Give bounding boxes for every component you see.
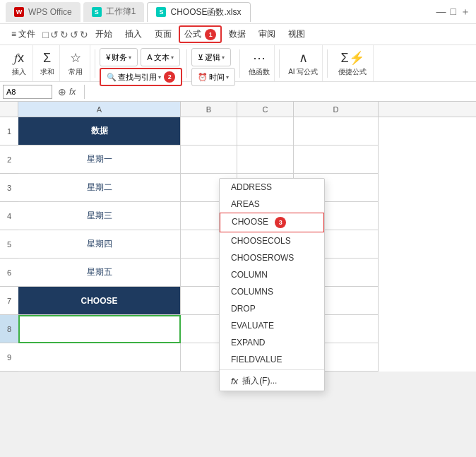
row-num-5: 5 [0,230,18,259]
cell-B1[interactable] [181,117,237,146]
lookup-dropdown[interactable]: 🔍 查找与引用 ▾ 2 [100,68,182,86]
time-dropdown[interactable]: ⏰ 时间 ▾ [191,68,235,86]
text-dropdown[interactable]: A 文本 ▾ [141,48,179,66]
fx-formula-icon[interactable]: fx [69,87,76,97]
tab-wps[interactable]: W WPS Office [6,2,81,22]
common-label: 常用 [69,67,83,77]
lookup-dropdown-menu: ADDRESS AREAS CHOOSE 3 CHOOSECOLS CHOOSE… [219,178,325,391]
cell-D1[interactable] [294,117,379,146]
formula-bar-divider [84,85,85,99]
formula-tab-badge: 1 [205,29,216,40]
spreadsheet-area: A B C D 1 2 3 4 5 6 7 8 9 数据 [0,102,476,372]
tab-work1[interactable]: S 工作簿1 [83,2,145,22]
col-header-D[interactable]: D [294,102,379,117]
cell-A4[interactable]: 星期三 [18,202,181,230]
finance-dropdown[interactable]: ¥ 财务 ▾ [100,48,138,66]
menu-redo-icon[interactable]: ↻ [60,29,69,40]
cell-C1[interactable] [237,117,294,146]
text-arrow-icon: ▾ [171,54,174,61]
sum-icon: Σ [43,52,51,64]
cell-A5[interactable]: 星期四 [18,230,181,259]
menu-redo2-icon[interactable]: ↻ [80,29,88,40]
dropdown-item-address[interactable]: ADDRESS [220,179,324,196]
time-arrow-icon: ▾ [226,74,229,81]
row-num-2: 2 [0,146,18,174]
dropdown-item-choosecols[interactable]: CHOOSECOLS [220,232,324,249]
menu-page[interactable]: 页面 [149,26,177,42]
formula-input[interactable] [90,87,473,97]
cell-C2[interactable] [237,146,294,174]
finance-arrow-icon: ▾ [129,54,131,61]
col-header-row: A B C D [0,102,476,117]
ribbon-row3: ⊻ 逻辑 ▾ [191,48,235,66]
insert-label: 插入(F)... [242,375,277,387]
ribbon-quick-group: Σ⚡ 便捷公式 [332,45,373,81]
menu-formula[interactable]: 公式 1 [179,25,222,43]
tab-choose-file[interactable]: S CHOOSE函数.xlsx [147,2,250,22]
cell-D2[interactable] [294,146,379,174]
add-tab-icon[interactable]: ＋ [460,6,470,18]
cell-B2[interactable] [181,146,237,174]
cell-A8[interactable] [18,315,181,343]
tab-choose-label: CHOOSE函数.xlsx [170,6,241,18]
menu-undo2-icon[interactable]: ↺ [70,29,78,40]
dropdown-item-chooserows[interactable]: CHOOSEROWS [220,249,324,266]
restore-icon[interactable]: □ [451,6,456,18]
dropdown-item-columns[interactable]: COLUMNS [220,283,324,300]
common-btn[interactable]: ☆ [66,50,85,66]
lookup-badge: 2 [164,71,175,83]
menu-save-icon[interactable]: □ [42,29,48,40]
minimize-icon[interactable]: — [436,6,446,18]
dropdown-item-choose[interactable]: CHOOSE 3 [220,213,324,232]
dropdown-item-column[interactable]: COLUMN [220,266,324,283]
time-label: 时间 [209,72,225,83]
cell-A3[interactable]: 星期二 [18,174,181,202]
tab-wps-label: WPS Office [28,7,72,17]
insert-function-btn[interactable]: 𝑓x [10,50,28,66]
tab-work1-label: 工作簿1 [106,6,136,18]
ribbon-row1: ¥ 财务 ▾ A 文本 ▾ [100,48,182,66]
menu-review[interactable]: 审阅 [253,26,281,42]
dropdown-insert-btn[interactable]: fx 插入(F)... [220,372,324,391]
row-2: 星期一 [18,146,379,174]
time-icon: ⏰ [198,73,208,82]
fx-icon: 𝑓x [14,52,24,64]
col-header-C[interactable]: C [237,102,294,117]
quick-label: 便捷公式 [338,67,367,77]
col-header-A[interactable]: A [18,102,181,117]
menu-file[interactable]: ≡ 文件 [6,26,41,42]
ribbon-sum-group: Σ 求和 [35,45,60,81]
dropdown-item-areas[interactable]: AREAS [220,196,324,213]
work1-icon: S [92,7,102,17]
cell-A6[interactable]: 星期五 [18,259,181,287]
cell-reference[interactable]: A8 [3,85,52,99]
cell-A7[interactable]: CHOOSE [18,287,181,315]
cell-A1[interactable]: 数据 [18,117,181,146]
finance-icon: ¥ [106,53,110,61]
quick-formula-btn[interactable]: Σ⚡ [336,50,368,66]
menu-view[interactable]: 视图 [282,26,311,42]
dropdown-item-drop[interactable]: DROP [220,300,324,317]
dropdown-item-fieldvalue[interactable]: FIELDVALUE [220,351,324,368]
formula-ribbon: 𝑓x 插入 Σ 求和 ☆ 常用 ¥ 财务 ▾ A 文本 ▾ [0,45,476,82]
ribbon-row2: 🔍 查找与引用 ▾ 2 [100,68,182,86]
cell-A2[interactable]: 星期一 [18,146,181,174]
ribbon-logic-time: ⊻ 逻辑 ▾ ⏰ 时间 ▾ [191,45,235,81]
logic-label: 逻辑 [205,52,220,63]
menu-insert[interactable]: 插入 [119,26,148,42]
insert-fx-icon: fx [231,376,238,386]
menu-start[interactable]: 开始 [90,26,118,42]
zoom-icon[interactable]: ⊕ [58,86,66,97]
cell-A9[interactable] [18,343,181,372]
ai-formula-btn[interactable]: ∧ [294,50,312,66]
other-functions-btn[interactable]: ⋯ [249,50,270,66]
menu-undo-icon[interactable]: ↺ [50,29,59,40]
dropdown-item-evaluate[interactable]: EVALUATE [220,317,324,334]
dropdown-item-expand[interactable]: EXPAND [220,334,324,351]
col-header-B[interactable]: B [181,102,237,117]
sum-btn[interactable]: Σ [39,50,55,66]
insert-label: 插入 [12,67,26,77]
logic-icon: ⊻ [198,53,203,62]
logic-dropdown[interactable]: ⊻ 逻辑 ▾ [191,48,231,66]
menu-data[interactable]: 数据 [223,26,251,42]
